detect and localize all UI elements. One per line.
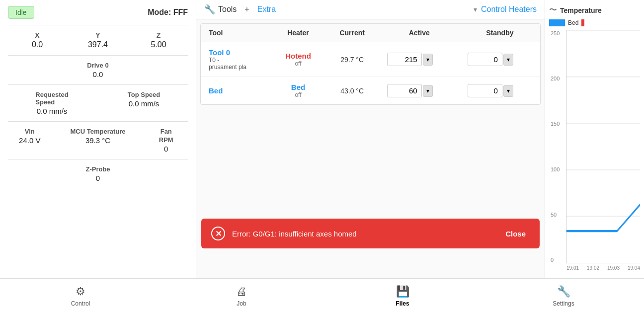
error-toast: ✕ Error: G0/G1: insufficient axes homed … (201, 219, 540, 248)
requested-speed-value: 0.0 mm/s (37, 107, 68, 115)
mcu-label: MCU Temperature (70, 128, 125, 135)
nav-files[interactable]: 💾 Files (322, 282, 483, 310)
drive-label: Drive 0 (87, 62, 108, 69)
divider-1 (8, 25, 188, 25)
col-tool: Tool (201, 24, 271, 42)
heater-status: off (279, 60, 317, 67)
tools-button[interactable]: 🔧 Tools (204, 4, 237, 15)
settings-icon: 🔧 (557, 285, 570, 298)
standby-dropdown[interactable]: ▾ (503, 54, 513, 66)
chart-title: Temperature (560, 6, 602, 14)
tool-desc2: prusament pla (209, 64, 263, 71)
heater-name: Bed (279, 83, 317, 91)
chevron-icon: ▾ (474, 5, 477, 13)
divider-3 (8, 84, 188, 85)
nav-settings[interactable]: 🔧 Settings (483, 282, 644, 310)
y-value: 397.4 (88, 40, 108, 49)
x-label: X (35, 31, 39, 39)
legend-bed-color (549, 19, 565, 26)
z-label: Z (157, 31, 161, 39)
active-input[interactable] (387, 53, 422, 66)
drive-value: 0.0 (93, 70, 103, 78)
mode-label: Mode: FFF (148, 8, 188, 17)
standby-dropdown[interactable]: ▾ (503, 85, 513, 97)
bottom-nav: ⚙ Control 🖨 Job 💾 Files 🔧 Settings (0, 278, 644, 313)
nav-control[interactable]: ⚙ Control (0, 282, 161, 310)
tool-cell: Tool 0 T0 - prusament pla (201, 42, 271, 77)
fan-value: 0 (164, 145, 168, 153)
active-dropdown[interactable]: ▾ (423, 54, 433, 66)
col-standby: Standby (460, 24, 540, 42)
standby-cell[interactable]: ▾ (460, 77, 540, 105)
zprobe-value: 0 (96, 174, 100, 182)
job-icon: 🖨 (236, 285, 247, 298)
vin-label: Vin (25, 128, 35, 135)
x-value: 0.0 (32, 40, 43, 49)
col-current: Current (325, 24, 379, 42)
table-row: Tool 0 T0 - prusament pla Hotend off 29.… (201, 42, 540, 77)
y-axis-labels: 250 200 150 100 50 0 (551, 30, 560, 263)
tool-cell: Bed (201, 77, 271, 105)
legend-bed-label: Bed (568, 19, 578, 26)
vin-value: 24.0 V (19, 136, 40, 145)
col-heater: Heater (271, 24, 325, 42)
close-button[interactable]: Close (501, 228, 530, 240)
status-badge: Idle (8, 6, 34, 19)
legend-bed2-color (581, 19, 584, 26)
divider-4 (8, 121, 188, 122)
col-active: Active (379, 24, 460, 42)
active-input[interactable] (387, 84, 422, 97)
current-temp-cell: 29.7 °C (325, 42, 379, 77)
chart-area: 250 200 150 100 50 0 19:01 19: (566, 30, 640, 263)
active-cell[interactable]: ▾ (379, 42, 460, 77)
plus-separator: + (244, 5, 249, 14)
temperature-chart (566, 30, 640, 263)
current-temp: 29.7 °C (340, 56, 364, 64)
heater-cell: Bed off (271, 77, 325, 105)
right-panel: 〜 Temperature Bed 250 200 150 100 50 0 (545, 0, 644, 278)
heater-status: off (279, 91, 317, 98)
heaters-table: Tool Heater Current Active Standby Tool … (201, 24, 540, 104)
current-temp: 43.0 °C (340, 87, 364, 95)
extra-button[interactable]: Extra (257, 5, 276, 14)
heater-cell: Hotend off (271, 42, 325, 77)
current-temp-cell: 43.0 °C (325, 77, 379, 105)
wrench-icon: 🔧 (204, 4, 215, 15)
active-cell[interactable]: ▾ (379, 77, 460, 105)
y-label: Y (95, 31, 100, 39)
nav-job-label: Job (237, 300, 246, 307)
top-speed-label: Top Speed (128, 91, 160, 98)
divider-5 (8, 159, 188, 159)
requested-speed-label: RequestedSpeed (35, 91, 68, 106)
standby-input[interactable] (468, 53, 502, 66)
active-dropdown[interactable]: ▾ (423, 85, 433, 97)
heater-name: Hotend (279, 52, 317, 60)
tools-bar: 🔧 Tools + Extra ▾ Control Heaters (196, 0, 545, 19)
extra-label: Extra (257, 5, 276, 14)
fan-rpm-label: RPM (159, 136, 173, 144)
standby-input[interactable] (468, 84, 502, 97)
tool-desc: T0 - (209, 57, 263, 64)
tools-label: Tools (218, 5, 237, 14)
zprobe-label: Z-Probe (85, 165, 110, 173)
tool-name: Bed (209, 86, 263, 95)
nav-files-label: Files (396, 300, 409, 307)
control-heaters-button[interactable]: ▾ Control Heaters (474, 5, 537, 14)
divider-2 (8, 55, 188, 56)
standby-cell[interactable]: ▾ (460, 42, 540, 77)
fan-label: Fan (161, 128, 172, 135)
control-icon: ⚙ (76, 285, 85, 298)
control-heaters-label: Control Heaters (481, 5, 537, 14)
error-message: Error: G0/G1: insufficient axes homed (232, 230, 494, 238)
error-icon: ✕ (211, 227, 225, 240)
nav-job[interactable]: 🖨 Job (161, 282, 322, 310)
z-value: 5.00 (151, 40, 166, 49)
tool-name: Tool 0 (209, 48, 263, 57)
chart-trend-icon: 〜 (549, 5, 557, 15)
nav-control-label: Control (71, 300, 90, 307)
nav-settings-label: Settings (553, 300, 574, 307)
heaters-table-container: Tool Heater Current Active Standby Tool … (200, 23, 541, 105)
x-axis-labels: 19:01 19:02 19:03 19:04 (566, 265, 640, 271)
center-panel: 🔧 Tools + Extra ▾ Control Heaters Tool H… (196, 0, 545, 278)
files-icon: 💾 (396, 285, 409, 298)
